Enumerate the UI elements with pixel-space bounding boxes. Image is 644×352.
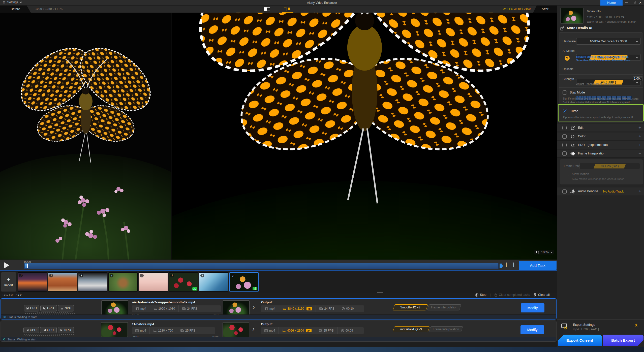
step-mode-checkbox[interactable] <box>563 90 567 95</box>
play-button[interactable] <box>0 260 13 271</box>
media-thumbnail-truck[interactable]: i <box>78 272 107 292</box>
task-list-header: Task list: 0 / 2 <box>2 294 21 297</box>
status-dot <box>4 316 6 318</box>
compare-view-toggle[interactable] <box>284 7 290 12</box>
expand-export-button[interactable] <box>635 324 637 327</box>
import-label: Import <box>4 283 13 287</box>
scale-badge: 4K <box>306 307 312 310</box>
stepper[interactable] <box>641 77 642 80</box>
expand-icon[interactable]: + <box>638 188 641 194</box>
frame-rate-select: 50 FPS ( x2 ) <box>579 163 640 169</box>
npu-chip: NPU <box>58 327 74 333</box>
chip-icon <box>43 307 46 309</box>
step-up-icon <box>640 77 642 79</box>
video-duration: 00:10 <box>605 16 612 19</box>
hdr-section[interactable]: HDR - (experimental) + <box>557 141 644 149</box>
add-task-button[interactable]: Add Task <box>519 261 557 270</box>
frame-interpolation-checkbox[interactable] <box>562 151 567 156</box>
timeline-playhead[interactable] <box>25 264 28 268</box>
home-button[interactable]: Home <box>600 0 623 6</box>
media-strip: + Import i i i i i iE i iE <box>0 271 557 293</box>
expand-icon[interactable]: + <box>638 125 641 131</box>
source-resolution: 1280 x 720 <box>158 329 173 332</box>
output-format: mp4 <box>269 329 275 332</box>
info-icon[interactable]: i <box>170 274 174 277</box>
info-icon[interactable]: i <box>19 274 23 277</box>
expand-icon[interactable]: + <box>638 142 641 148</box>
fps-icon <box>182 307 186 310</box>
strip-scrollbar-handle[interactable] <box>377 292 383 293</box>
info-icon[interactable]: i <box>110 274 113 277</box>
audio-denoise-section[interactable]: Audio Denoise No Audio Track + <box>557 187 644 196</box>
export-settings-title[interactable]: Export Settings <box>573 323 595 327</box>
output-label: Output: <box>261 322 273 326</box>
audio-denoise-checkbox[interactable] <box>562 189 567 194</box>
turbo-checkbox[interactable]: ✓ <box>563 109 567 113</box>
media-thumbnail-canyon[interactable]: i <box>48 272 77 292</box>
chevron-down-icon <box>636 40 638 43</box>
resolution-icon <box>153 329 157 332</box>
modify-button[interactable]: Modify <box>521 303 544 312</box>
help-icon[interactable]: ? <box>565 56 570 61</box>
close-icon: × <box>639 0 642 5</box>
media-thumbnail-flowers[interactable]: iE <box>169 272 198 292</box>
stop-button[interactable]: Stop <box>475 293 486 297</box>
info-icon[interactable]: i <box>200 274 204 277</box>
media-thumbnail-ice[interactable]: i <box>199 272 228 292</box>
frame-rate-value: 50 FPS ( x2 ) <box>594 164 626 169</box>
info-icon[interactable]: i <box>231 274 235 278</box>
play-icon <box>4 262 9 269</box>
layers-icon <box>570 151 575 156</box>
task-row-1[interactable]: CPU GPU NPU aiarty-for-test-7-suggest-sm… <box>1 298 557 319</box>
clear-all-button[interactable]: Clear all <box>534 293 550 297</box>
source-fps: 24 FPS <box>187 307 197 310</box>
timeline-end-marker[interactable] <box>500 264 503 268</box>
split-view-toggle[interactable] <box>264 7 270 11</box>
color-section[interactable]: Color + <box>557 133 644 141</box>
zoom-control[interactable]: 100% <box>534 250 554 254</box>
film-icon <box>264 329 268 332</box>
source-info: mp4 1280 x 720 25 FPS <box>132 327 215 334</box>
import-button[interactable]: + Import <box>1 272 16 292</box>
video-info-filename: aiarty-for-test-7-suggest-smooth-4k.mp4 <box>587 20 643 23</box>
collapse-icon[interactable]: − <box>638 151 641 156</box>
clear-completed-button[interactable]: Clear completed tasks <box>494 293 530 297</box>
chevron-down-icon <box>20 1 22 3</box>
media-thumbnail-butterfly-selected[interactable]: iE <box>229 272 259 292</box>
trim-start-bracket[interactable]: [ <box>506 262 507 268</box>
hardware-select[interactable]: NVIDIA GeForce RTX 3060 <box>576 38 641 45</box>
media-thumbnail-harbor[interactable]: i <box>18 272 47 292</box>
task-row-2[interactable]: CPU GPU NPU 11-before.mp4 mp4 1280 x 720… <box>1 321 557 342</box>
timeline-track[interactable] <box>24 263 499 269</box>
info-icon[interactable]: i <box>140 274 144 277</box>
tab-before[interactable]: Before <box>0 6 31 13</box>
close-button[interactable]: × <box>637 0 644 6</box>
tab-after[interactable]: After <box>533 6 557 13</box>
split-view-icon <box>264 7 270 11</box>
media-thumbnail-chipmunk[interactable]: i <box>108 272 138 292</box>
trim-end-bracket[interactable]: ] <box>513 262 514 268</box>
info-icon[interactable]: i <box>49 274 53 277</box>
video-info-meta: 1920 x 1080 00:10 FPS: 24 <box>587 16 624 19</box>
minimize-button[interactable] <box>623 0 630 6</box>
maximize-button[interactable] <box>630 0 637 6</box>
hdr-checkbox[interactable] <box>562 143 567 147</box>
expand-icon[interactable]: + <box>638 134 641 139</box>
batch-export-button[interactable]: Batch Export <box>603 335 643 346</box>
edit-checkbox[interactable] <box>562 126 567 130</box>
chip-icon <box>61 307 63 309</box>
output-resolution: 3840 x 2160 <box>287 307 304 310</box>
strength-value-box[interactable]: 1.00 <box>633 76 643 81</box>
task-list-actions: Stop | Clear completed tasks Clear all <box>475 293 550 297</box>
enhanced-badge: E <box>192 287 197 291</box>
step-mode-desc-1: Significantly Improve image quality and … <box>563 97 639 100</box>
modify-button[interactable]: Modify <box>520 325 544 334</box>
color-checkbox[interactable] <box>562 134 567 139</box>
info-icon[interactable]: i <box>79 274 83 277</box>
maximize-icon <box>632 2 634 4</box>
edit-section[interactable]: Edit + <box>557 124 644 132</box>
media-thumbnail-baby[interactable]: i <box>139 272 168 292</box>
export-current-button[interactable]: Export Current <box>558 335 602 346</box>
settings-menu[interactable]: ⚙ Settings <box>3 1 22 4</box>
frame-interpolation-section[interactable]: Frame Interpolation − <box>557 150 644 158</box>
